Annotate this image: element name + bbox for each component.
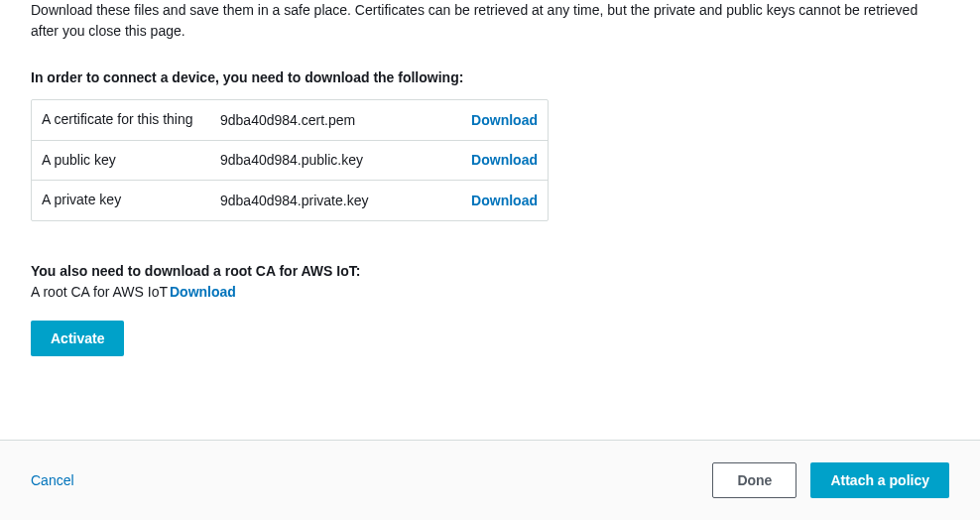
download-label: A certificate for this thing — [42, 110, 220, 130]
connect-heading: In order to connect a device, you need t… — [31, 69, 949, 85]
download-filename: 9dba40d984.public.key — [220, 152, 471, 168]
download-public-link[interactable]: Download — [471, 152, 538, 168]
root-ca-section: You also need to download a root CA for … — [31, 261, 949, 303]
download-table: A certificate for this thing 9dba40d984.… — [31, 99, 549, 221]
cancel-link[interactable]: Cancel — [31, 472, 74, 488]
attach-policy-button[interactable]: Attach a policy — [810, 462, 949, 498]
root-ca-heading: You also need to download a root CA for … — [31, 261, 949, 282]
download-label: A public key — [42, 151, 220, 171]
download-row-public: A public key 9dba40d984.public.key Downl… — [32, 141, 548, 182]
download-private-link[interactable]: Download — [471, 193, 538, 208]
root-ca-label: A root CA for AWS IoT — [31, 284, 168, 300]
activate-button[interactable]: Activate — [31, 321, 124, 356]
download-row-cert: A certificate for this thing 9dba40d984.… — [32, 100, 548, 141]
done-button[interactable]: Done — [712, 462, 796, 498]
download-filename: 9dba40d984.cert.pem — [220, 112, 471, 128]
footer: Cancel Done Attach a policy — [0, 440, 980, 520]
download-label: A private key — [42, 191, 220, 210]
download-filename: 9dba40d984.private.key — [220, 193, 471, 208]
download-row-private: A private key 9dba40d984.private.key Dow… — [32, 181, 548, 220]
root-ca-line: A root CA for AWS IoTDownload — [31, 282, 949, 303]
download-cert-link[interactable]: Download — [471, 112, 538, 128]
footer-buttons: Done Attach a policy — [712, 462, 949, 498]
intro-text: Download these files and save them in a … — [31, 0, 949, 42]
root-ca-download-link[interactable]: Download — [170, 284, 236, 300]
